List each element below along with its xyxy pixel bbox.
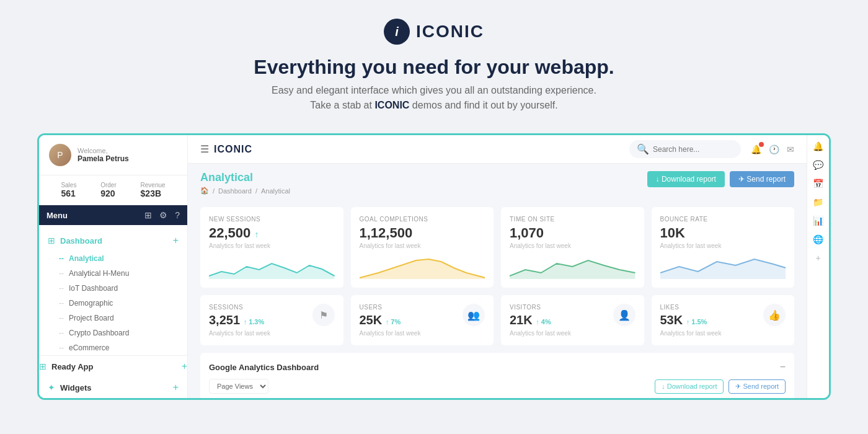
page-views-select[interactable]: Page Views [209, 379, 268, 394]
grid-icon[interactable]: ⊞ [144, 210, 152, 220]
navbar-brand: ☰ ICONIC [200, 143, 252, 155]
nav-icons: 🔔 🕐 ✉ [751, 144, 794, 154]
info-card-likes: LIKES 53K ↑ 1.5% Analytics for last week… [652, 295, 795, 345]
logo-text: ICONIC [416, 22, 484, 42]
menu-label: Menu [46, 211, 137, 220]
analytics-title: Google Analytics Dashboard [209, 363, 319, 372]
sessions-icon: ⚑ [312, 304, 335, 326]
promo-subtext1: Easy and elegant interface which gives y… [12, 85, 856, 96]
notifications-icon[interactable]: 🔔 [751, 144, 761, 154]
stat-card-new-sessions: NEW SESSIONS 22,500 ↑ Analytics for last… [200, 207, 343, 288]
hamburger-icon[interactable]: ☰ [200, 143, 209, 155]
chart-bounce-rate [660, 254, 786, 279]
info-card-users: USERS 25K ↑ 7% Analytics for last week 👥 [351, 295, 494, 345]
users-icon: 👥 [463, 304, 485, 326]
chart-new-sessions [209, 254, 335, 279]
stat-card-time-on-site: TIME ON SITE 1,070 Analytics for last we… [501, 207, 644, 288]
analytics-download-button[interactable]: ↓ Download report [655, 379, 724, 394]
visitors-icon: 👤 [613, 304, 636, 326]
right-chat-icon[interactable]: 💬 [813, 160, 823, 170]
send-report-button[interactable]: ✈ Send report [730, 171, 794, 187]
welcome-label: Welcome, [78, 147, 129, 154]
content-area: NEW SESSIONS 22,500 ↑ Analytics for last… [188, 200, 807, 398]
info-card-sessions: SESSIONS 3,251 ↑ 1.3% Analytics for last… [200, 295, 343, 345]
right-globe-icon[interactable]: 🌐 [813, 234, 823, 244]
breadcrumb: 🏠 / Dashboard / Analytical [200, 187, 290, 195]
sidebar-item-ready-app[interactable]: ⊞ Ready App + [39, 355, 187, 377]
right-chart-icon[interactable]: 📊 [813, 216, 823, 226]
stat-card-bounce-rate: BOUNCE RATE 10K Analytics for last week [652, 207, 795, 288]
ready-app-icon: ⊞ [39, 361, 46, 371]
main-content: ☰ ICONIC 🔍 🔔 🕐 ✉ Analytical 🏠 [188, 135, 807, 398]
stat-order: Order 920 [100, 182, 117, 198]
sidebar-item-dashboard[interactable]: ⊞ Dashboard + [39, 230, 187, 251]
expand-icon-2: + [182, 361, 187, 372]
analytics-send-button[interactable]: ✈ Send report [728, 379, 786, 394]
chart-goal-completions [360, 254, 485, 279]
user-name: Pamela Petrus [78, 154, 129, 163]
sidebar-menu-bar: Menu ⊞ ⚙ ? [39, 205, 187, 225]
stat-revenue: Revenue $23B [141, 182, 166, 198]
analytics-header: Google Analytics Dashboard − [209, 361, 786, 373]
dashboard-wrapper: P Welcome, Pamela Petrus Sales 561 Order… [37, 133, 831, 400]
help-icon[interactable]: ? [175, 210, 180, 220]
logo-area: i ICONIC [12, 19, 856, 45]
sidebar-item-iot[interactable]: -- IoT Dashboard [39, 281, 187, 296]
right-add-icon[interactable]: + [815, 253, 820, 263]
sidebar-item-project-board[interactable]: -- Project Board [39, 311, 187, 326]
widgets-icon: ✦ [48, 383, 55, 392]
expand-icon: + [173, 235, 179, 246]
page-header: Analytical 🏠 / Dashboard / Analytical ↓ … [188, 164, 807, 200]
clock-icon[interactable]: 🕐 [769, 144, 779, 154]
search-box[interactable]: 🔍 [629, 140, 741, 158]
chart-time-on-site [510, 254, 636, 279]
sidebar-item-analytical[interactable]: -- Analytical [39, 251, 187, 266]
promo-headline: Everything you need for your webapp. [12, 56, 856, 79]
sidebar-item-demographic[interactable]: -- Demographic [39, 296, 187, 311]
sidebar-item-widgets[interactable]: ✦ Widgets + [39, 377, 187, 398]
avatar: P [49, 144, 71, 166]
promo-section: i ICONIC Everything you need for your we… [0, 0, 868, 123]
right-calendar-icon[interactable]: 📅 [813, 179, 823, 188]
logo-icon: i [384, 19, 410, 45]
sidebar-profile: P Welcome, Pamela Petrus [39, 135, 187, 175]
search-icon: 🔍 [637, 143, 649, 155]
sidebar-item-ecommerce[interactable]: -- eCommerce [39, 340, 187, 355]
analytics-section: Google Analytics Dashboard − Page Views … [200, 353, 794, 398]
sidebar-item-crypto[interactable]: -- Crypto Dashboard [39, 326, 187, 340]
right-iconbar: 🔔 💬 📅 📁 📊 🌐 + [807, 135, 829, 398]
stat-sales: Sales 561 [61, 182, 76, 198]
collapse-icon[interactable]: − [780, 361, 786, 373]
dashboard-icon: ⊞ [48, 236, 55, 246]
expand-icon-3: + [173, 382, 179, 393]
page-title: Analytical [200, 171, 290, 184]
promo-subtext2: Take a stab at ICONIC demos and find it … [12, 100, 856, 111]
right-bell-icon[interactable]: 🔔 [813, 141, 823, 151]
info-cards: SESSIONS 3,251 ↑ 1.3% Analytics for last… [200, 295, 794, 345]
navbar-brand-text: ICONIC [214, 144, 252, 155]
home-icon: 🏠 [200, 187, 209, 195]
right-folder-icon[interactable]: 📁 [813, 197, 823, 207]
action-buttons: ↓ Download report ✈ Send report [647, 171, 794, 187]
search-input[interactable] [653, 145, 733, 154]
sidebar: P Welcome, Pamela Petrus Sales 561 Order… [39, 135, 188, 398]
likes-icon: 👍 [763, 304, 786, 326]
sidebar-stats: Sales 561 Order 920 Revenue $23B [39, 175, 187, 205]
info-card-visitors: VISITORS 21K ↑ 4% Analytics for last wee… [501, 295, 644, 345]
settings-icon[interactable]: ⚙ [159, 210, 167, 220]
envelope-icon[interactable]: ✉ [787, 144, 794, 154]
stat-card-goal-completions: GOAL COMPLETIONS 1,12,500 Analytics for … [351, 207, 494, 288]
sidebar-nav: ⊞ Dashboard + -- Analytical -- Analytica… [39, 225, 187, 398]
download-report-button[interactable]: ↓ Download report [647, 171, 725, 187]
stat-cards: NEW SESSIONS 22,500 ↑ Analytics for last… [200, 207, 794, 288]
sidebar-item-analytical-hmenu[interactable]: -- Analytical H-Menu [39, 266, 187, 281]
top-navbar: ☰ ICONIC 🔍 🔔 🕐 ✉ [188, 135, 807, 164]
